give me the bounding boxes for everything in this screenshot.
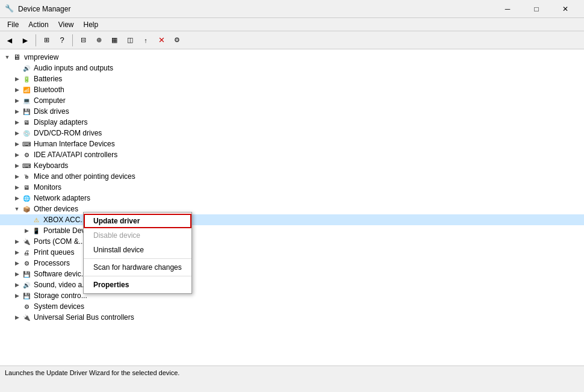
minimize-button[interactable]: ─	[494, 0, 521, 18]
usb-expander[interactable]: ▶	[12, 313, 22, 322]
list-item[interactable]: ▶ 🔌 Universal Serial Bus controllers	[0, 312, 584, 323]
title-bar: 🔧 Device Manager ─ □ ✕	[0, 0, 584, 18]
mice-expander[interactable]: ▶	[12, 172, 22, 181]
mice-icon: 🖱	[22, 172, 31, 181]
toolbar-sep-1	[36, 34, 36, 46]
computer-expander[interactable]: ▶	[12, 96, 22, 105]
other-expander[interactable]: ▼	[12, 204, 22, 214]
keyboards-expander[interactable]: ▶	[12, 161, 22, 170]
network-expander[interactable]: ▶	[12, 193, 22, 203]
display-label: Display adapters	[34, 118, 87, 126]
list-item[interactable]: ▶ 💾 Disk drives	[0, 106, 584, 117]
disk-label: Disk drives	[34, 107, 69, 116]
list-item[interactable]: ▶ ⚙ IDE ATA/ATAPI controllers	[0, 149, 584, 160]
display-icon: 🖥	[22, 117, 31, 127]
proc-icon: ⚙	[22, 258, 31, 268]
softdev-expander[interactable]: ▶	[12, 269, 22, 279]
toolbar-help[interactable]: ?	[55, 33, 69, 48]
list-item[interactable]: ▶ 🖥 Display adapters	[0, 117, 584, 128]
print-expander[interactable]: ▶	[12, 247, 22, 257]
list-item[interactable]: ▶ 💻 Computer	[0, 95, 584, 106]
monitors-icon: 🖥	[22, 182, 31, 192]
sysdev-icon: ⚙	[22, 302, 31, 311]
softdev-label: Software devic...	[34, 270, 87, 278]
toolbar-properties[interactable]: ⊞	[39, 33, 54, 48]
toolbar-update[interactable]: ↑	[138, 33, 153, 48]
context-menu-uninstall-device[interactable]: Uninstall device	[84, 243, 191, 257]
other-icon: 📦	[22, 204, 31, 214]
portable-icon: 📱	[31, 226, 41, 235]
bluetooth-expander[interactable]: ▶	[12, 85, 22, 95]
list-item[interactable]: ▶ 🖥 Monitors	[0, 182, 584, 193]
keyboards-icon: ⌨	[22, 161, 31, 170]
toolbar-scan[interactable]: ⊟	[76, 33, 90, 48]
list-item[interactable]: ▶ ⚙ System devices	[0, 301, 584, 312]
context-menu-properties[interactable]: Properties	[84, 278, 191, 292]
portable-expander[interactable]: ▶	[22, 226, 31, 235]
menu-bar: File Action View Help	[0, 18, 584, 31]
menu-view[interactable]: View	[54, 18, 79, 31]
disk-icon: 💾	[22, 107, 31, 116]
maximize-button[interactable]: □	[523, 0, 550, 18]
hid-icon: ⌨	[22, 139, 31, 149]
sysdev-label: System devices	[34, 302, 84, 311]
xbox-icon: ⚠	[31, 215, 41, 225]
usb-label: Universal Serial Bus controllers	[34, 313, 134, 322]
ports-label: Ports (COM &...	[34, 237, 85, 246]
context-menu-scan-hardware[interactable]: Scan for hardware changes	[84, 260, 191, 275]
toolbar-forward[interactable]: ►	[18, 33, 33, 48]
list-item[interactable]: ▶ ⌨ Human Interface Devices	[0, 138, 584, 149]
storage-expander[interactable]: ▶	[12, 291, 22, 300]
xbox-label: XBOX ACC...	[43, 216, 86, 224]
hid-expander[interactable]: ▶	[12, 139, 22, 149]
sound-label: Sound, video a...	[34, 281, 88, 289]
toolbar-back[interactable]: ◄	[2, 33, 17, 48]
list-item[interactable]: ▶ 📶 Bluetooth	[0, 84, 584, 95]
ports-expander[interactable]: ▶	[12, 237, 22, 246]
list-item[interactable]: ▶ 💿 DVD/CD-ROM drives	[0, 128, 584, 138]
list-item[interactable]: ▶ 🔋 Batteries	[0, 73, 584, 84]
keyboards-label: Keyboards	[34, 161, 68, 170]
context-menu-update-driver[interactable]: Update driver	[84, 214, 191, 228]
context-menu-disable-device[interactable]: Disable device	[84, 228, 191, 243]
dvd-expander[interactable]: ▶	[12, 128, 22, 138]
bluetooth-icon: 📶	[22, 85, 31, 95]
close-button[interactable]: ✕	[551, 0, 579, 18]
network-icon: 🌐	[22, 193, 31, 203]
ide-expander[interactable]: ▶	[12, 150, 22, 160]
dvd-label: DVD/CD-ROM drives	[34, 129, 102, 137]
root-label: vmpreview	[24, 53, 58, 61]
menu-action[interactable]: Action	[23, 18, 53, 31]
toolbar-display2[interactable]: ◫	[123, 33, 137, 48]
status-bar: Launches the Update Driver Wizard for th…	[0, 366, 584, 379]
toolbar-sep-2	[72, 34, 73, 46]
sound-expander[interactable]: ▶	[12, 280, 22, 290]
tree-root[interactable]: ▼ 🖥 vmpreview	[0, 52, 584, 63]
batteries-icon: 🔋	[22, 74, 31, 84]
list-item[interactable]: ▶ 🔊 Audio inputs and outputs	[0, 63, 584, 73]
list-item[interactable]: ▶ ⌨ Keyboards	[0, 160, 584, 171]
root-expander[interactable]: ▼	[2, 52, 12, 62]
display-expander[interactable]: ▶	[12, 117, 22, 127]
disk-expander[interactable]: ▶	[12, 107, 22, 116]
toolbar-add[interactable]: ⊕	[92, 33, 106, 48]
status-text: Launches the Update Driver Wizard for th…	[5, 369, 179, 376]
window-controls: ─ □ ✕	[494, 0, 579, 18]
xbox-expander: ▶	[22, 215, 31, 225]
list-item[interactable]: ▶ 🌐 Network adapters	[0, 193, 584, 204]
monitors-label: Monitors	[34, 183, 61, 191]
menu-file[interactable]: File	[2, 18, 23, 31]
toolbar-display1[interactable]: ▦	[107, 33, 122, 48]
batteries-expander[interactable]: ▶	[12, 74, 22, 84]
proc-expander[interactable]: ▶	[12, 258, 22, 268]
toolbar-settings[interactable]: ⚙	[170, 33, 184, 48]
ide-label: IDE ATA/ATAPI controllers	[34, 151, 117, 159]
menu-help[interactable]: Help	[79, 18, 104, 31]
window-title: Device Manager	[18, 5, 494, 13]
context-menu: Update driver Disable device Uninstall d…	[83, 212, 192, 294]
softdev-icon: 💾	[22, 269, 31, 279]
audio-expander[interactable]: ▶	[12, 63, 22, 73]
toolbar-remove[interactable]: ✕	[154, 33, 169, 48]
list-item[interactable]: ▶ 🖱 Mice and other pointing devices	[0, 171, 584, 182]
monitors-expander[interactable]: ▶	[12, 182, 22, 192]
